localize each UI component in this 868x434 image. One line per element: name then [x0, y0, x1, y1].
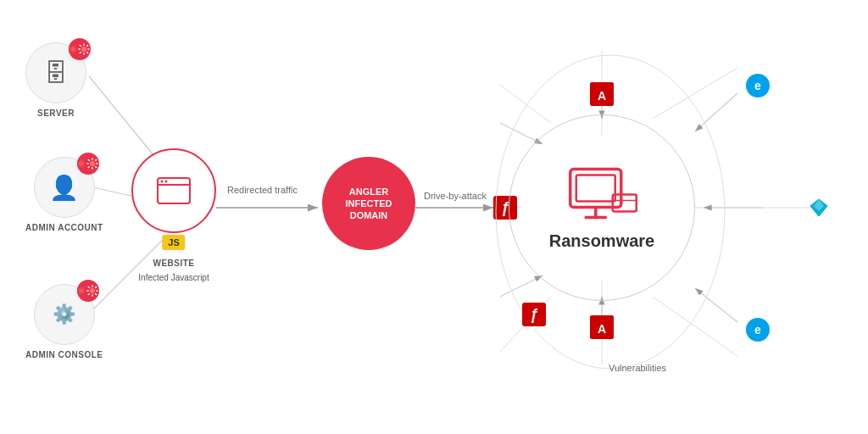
- ie-browser-icon-bottom: e: [746, 318, 770, 342]
- admin-console-label: ADMIN CONSOLE: [25, 350, 103, 359]
- pdf-icon-bottom: A: [588, 314, 615, 341]
- server-label: SERVER: [37, 108, 75, 118]
- console-badge: [77, 280, 99, 302]
- infected-javascript-label: Infected Javascript: [138, 273, 209, 282]
- admin-account-node: 👤 ADMIN AC: [25, 157, 103, 232]
- admin-account-circle: 👤: [34, 157, 95, 218]
- admin-icon: 👤: [49, 174, 79, 202]
- pdf-acrobat-icon-bottom: A: [590, 315, 614, 339]
- angler-title: ANGLERINFECTEDDOMAIN: [346, 186, 392, 222]
- flash-icon-bottom-left: [520, 301, 548, 328]
- admin-console-circle: ⚙️: [34, 284, 95, 345]
- website-label: WEBSITE: [153, 259, 194, 268]
- js-badge: JS: [162, 235, 185, 250]
- admin-badge: [77, 153, 99, 175]
- diagram-container: { "title": "Ransomware Attack Flow Diagr…: [0, 0, 868, 434]
- ie-browser-icon-top: e: [746, 74, 770, 97]
- pdf-icon-top: A: [588, 81, 615, 108]
- website-circle: JS: [131, 148, 216, 233]
- svg-point-51: [90, 288, 95, 293]
- angler-circle: ANGLERINFECTEDDOMAIN: [322, 157, 415, 250]
- svg-point-55: [165, 181, 168, 183]
- ie-icon-top-right: e: [744, 72, 771, 99]
- gem-icon-right: [805, 194, 832, 221]
- diagram-svg: [0, 0, 868, 434]
- flash-icon-bl: [522, 303, 546, 326]
- server-circle: 🗄: [25, 42, 86, 103]
- server-node: 🗄: [25, 42, 86, 118]
- svg-point-31: [81, 47, 86, 52]
- svg-point-54: [161, 181, 164, 183]
- angler-node: ANGLERINFECTEDDOMAIN: [322, 157, 415, 250]
- svg-point-41: [90, 161, 95, 166]
- gem-icon: [807, 196, 831, 220]
- pdf-acrobat-icon: A: [590, 82, 614, 106]
- vulnerabilities-label: Vulnerabilities: [609, 363, 666, 373]
- admin-console-node: ⚙️ ADMIN CO: [25, 284, 103, 359]
- website-window-icon: [157, 177, 191, 204]
- server-badge: [69, 38, 91, 60]
- redirected-traffic-label: Redirected traffic: [227, 185, 298, 195]
- svg-text:A: A: [598, 322, 606, 336]
- website-node: JS WEBSITE Infected Javascript: [131, 148, 216, 282]
- drive-by-attack-label: Drive-by-attack: [424, 191, 487, 201]
- svg-text:A: A: [598, 89, 606, 103]
- server-icon: 🗄: [44, 59, 68, 87]
- console-icon: ⚙️: [53, 303, 75, 326]
- admin-account-label: ADMIN ACCOUNT: [25, 223, 103, 232]
- ie-icon-bottom-right: e: [744, 316, 771, 343]
